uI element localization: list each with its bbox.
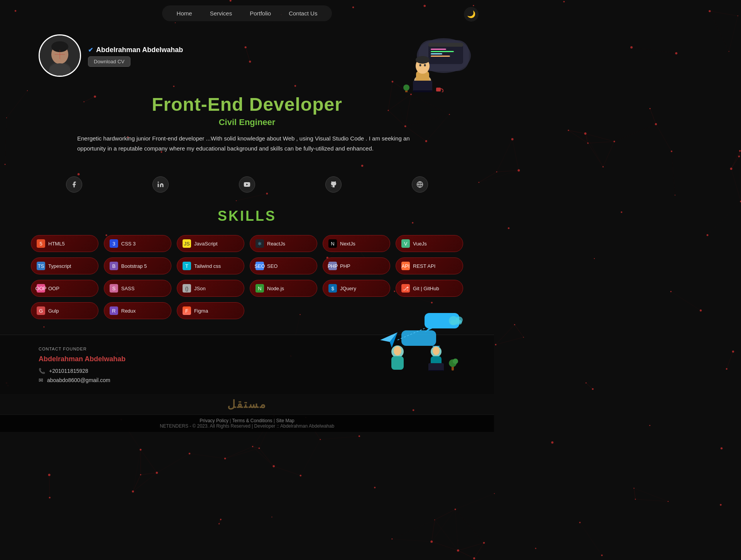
skill-badge-php[interactable]: PHP PHP	[323, 257, 390, 274]
top-right-illustration	[394, 30, 471, 92]
skill-badge-nextjs[interactable]: N NextJs	[323, 235, 390, 252]
skill-badge-json[interactable]: {} JSon	[177, 280, 244, 297]
svg-point-43	[394, 346, 401, 355]
skill-badge-git-|-github[interactable]: ⎇ Git | GitHub	[396, 280, 463, 297]
skill-badge-oop[interactable]: OOP OOP	[31, 280, 98, 297]
svg-rect-36	[401, 330, 436, 346]
nav-services[interactable]: Services	[207, 8, 235, 18]
svg-rect-47	[428, 363, 444, 371]
sitemap-link[interactable]: Site Map	[276, 418, 294, 423]
skill-badge-tailwind-css[interactable]: T Tailwind css	[177, 257, 244, 274]
skill-label: Gulp	[48, 308, 59, 314]
skill-icon: ⚛	[255, 239, 264, 248]
nav-portfolio[interactable]: Portfolio	[247, 8, 274, 18]
github-icon[interactable]	[325, 176, 342, 193]
contact-email: aboabdo8600@gmail.com	[47, 377, 110, 383]
nav-contact[interactable]: Contact Us	[286, 8, 320, 18]
skill-label: SEO	[267, 263, 277, 269]
skill-label: Figma	[194, 308, 208, 314]
skill-icon: OOP	[37, 284, 45, 293]
skill-icon: N	[328, 239, 337, 248]
svg-rect-42	[391, 356, 404, 370]
main-subtitle: Civil Engineer	[77, 117, 417, 127]
skills-title: SKILLS	[31, 208, 463, 224]
avatar-image	[39, 34, 81, 77]
skill-icon: JS	[183, 239, 191, 248]
skill-badge-node.js[interactable]: N Node.js	[250, 280, 317, 297]
nav-pill: Home Services Portfolio Contact Us	[162, 5, 332, 21]
contact-illustration	[378, 309, 471, 371]
skill-badge-bootstrap-5[interactable]: B Bootstrap 5	[104, 257, 171, 274]
linkedin-icon[interactable]	[152, 176, 169, 193]
skill-icon: F	[183, 306, 191, 315]
email-icon: ✉	[39, 377, 43, 383]
download-cv-button[interactable]: Download CV	[88, 56, 130, 67]
footer-bottom: Privacy Policy | Terms & Conditions | Si…	[0, 415, 494, 432]
skill-label: JSon	[194, 286, 206, 291]
skill-badge-typescript[interactable]: TS Typescript	[31, 257, 98, 274]
profile-name-row: ✔ Abdelrahman Abdelwahab	[88, 46, 183, 54]
skills-grid: 5 HTML5 3 CSS 3 JS JavaScript ⚛ ReactJs …	[31, 235, 463, 319]
skill-badge-jquery[interactable]: $ JQuery	[323, 280, 390, 297]
svg-point-24	[424, 64, 426, 66]
skill-label: Redux	[121, 308, 136, 314]
skill-label: Git | GitHub	[413, 286, 439, 291]
facebook-icon[interactable]	[66, 176, 82, 193]
skill-badge-javascript[interactable]: JS JavaScript	[177, 235, 244, 252]
skill-label: JQuery	[340, 286, 356, 291]
skill-badge-seo[interactable]: SEO SEO	[250, 257, 317, 274]
skill-badge-html5[interactable]: 5 HTML5	[31, 235, 98, 252]
main-title-section: Front-End Developer Civil Engineer Energ…	[39, 82, 455, 157]
verified-icon: ✔	[88, 46, 93, 54]
skill-badge-gulp[interactable]: G Gulp	[31, 302, 98, 319]
svg-rect-15	[431, 49, 446, 50]
footer-links: Privacy Policy | Terms & Conditions | Si…	[3, 418, 491, 423]
dark-mode-toggle[interactable]: 🌙	[464, 7, 479, 22]
skill-label: HTML5	[48, 241, 65, 247]
svg-rect-17	[431, 53, 442, 54]
skill-badge-figma[interactable]: F Figma	[177, 302, 244, 319]
skill-label: CSS 3	[121, 241, 136, 247]
skill-icon: TS	[37, 262, 45, 270]
bottom-right-illustration	[378, 309, 471, 371]
main-title: Front-End Developer	[77, 94, 417, 115]
skill-badge-redux[interactable]: R Redux	[104, 302, 171, 319]
skill-icon: B	[110, 262, 118, 270]
skill-label: ReactJs	[267, 241, 285, 247]
bio-text: Energetic hardworking junior Front-end d…	[77, 134, 417, 153]
privacy-policy-link[interactable]: Privacy Policy	[200, 418, 228, 423]
skill-icon: R	[110, 306, 118, 315]
skill-badge-rest-api[interactable]: API REST API	[396, 257, 463, 274]
firefox-icon[interactable]	[412, 176, 428, 193]
nav-home[interactable]: Home	[174, 8, 195, 18]
skill-badge-sass[interactable]: S SASS	[104, 280, 171, 297]
profile-section: ✔ Abdelrahman Abdelwahab Download CV	[39, 34, 455, 78]
skill-badge-css-3[interactable]: 3 CSS 3	[104, 235, 171, 252]
skill-icon: S	[110, 284, 118, 293]
svg-rect-30	[158, 184, 159, 187]
svg-point-46	[433, 347, 440, 355]
svg-rect-16	[431, 51, 454, 52]
mostaql-watermark: مستقل	[0, 394, 494, 415]
hero-section: ✔ Abdelrahman Abdelwahab Download CV	[0, 27, 494, 165]
social-icons-row	[0, 169, 494, 200]
coder-illustration	[394, 30, 471, 92]
skill-icon: T	[183, 262, 191, 270]
svg-point-31	[158, 182, 159, 183]
svg-point-22	[416, 56, 430, 64]
skill-label: SASS	[121, 286, 135, 291]
skill-label: REST API	[413, 263, 435, 269]
footer-contact: CONTACT FOUNDER Abdelrahman Abdelwahab 📞…	[0, 335, 494, 394]
skill-badge-vuejs[interactable]: V VueJs	[396, 235, 463, 252]
terms-link[interactable]: Terms & Conditions	[232, 418, 272, 423]
skill-label: PHP	[340, 263, 350, 269]
youtube-icon[interactable]	[239, 176, 255, 193]
skill-badge-reactjs[interactable]: ⚛ ReactJs	[250, 235, 317, 252]
skill-label: Node.js	[267, 286, 284, 291]
profile-name-text: Abdelrahman Abdelwahab	[96, 46, 183, 54]
svg-point-28	[403, 85, 409, 91]
profile-info: ✔ Abdelrahman Abdelwahab Download CV	[88, 46, 183, 67]
skill-icon: 3	[110, 239, 118, 248]
skill-label: Typescript	[48, 263, 71, 269]
svg-rect-14	[428, 43, 463, 47]
